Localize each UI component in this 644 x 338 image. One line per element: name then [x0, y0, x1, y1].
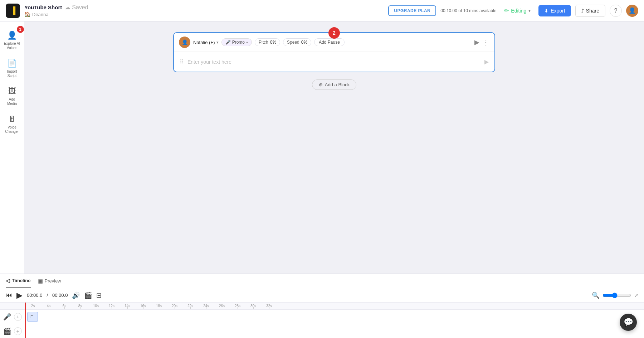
avatar[interactable]: 👤 — [626, 5, 638, 17]
clip-button[interactable]: 🎬 — [84, 291, 92, 299]
editing-label: Editing — [511, 8, 526, 14]
pencil-icon: ✏ — [504, 7, 509, 14]
volume-icon: 🔊 — [72, 291, 80, 299]
chevron-down-icon: ▾ — [528, 8, 531, 13]
add-pause-button[interactable]: Add Pause — [314, 38, 345, 46]
tab-timeline[interactable]: ◁ Timeline — [6, 275, 31, 288]
add-block-button[interactable]: ⊕ Add a Block — [312, 79, 356, 90]
project-info: YouTube Short ☁ Saved 🏠 Deanna — [24, 4, 384, 17]
audio-clip[interactable]: E — [27, 312, 38, 322]
style-selector[interactable]: 🎤 Promo ▾ — [221, 38, 252, 46]
media-icon: 🖼 — [8, 87, 16, 96]
editing-button[interactable]: ✏ Editing ▾ — [501, 5, 534, 16]
inline-play-icon[interactable]: ▶ — [484, 58, 489, 65]
block-more-button[interactable]: ⋮ — [482, 38, 489, 47]
play-icon: ▶ — [16, 291, 23, 300]
navbar: ▐ YouTube Short ☁ Saved 🏠 Deanna UPGRADE… — [0, 0, 644, 21]
question-icon: ? — [614, 8, 618, 14]
cloud-icon: ☁ — [65, 4, 70, 11]
logo-icon: ▐ — [10, 6, 15, 15]
speed-label: Speed — [287, 40, 299, 45]
content-area: 2 👤 Natalie (F) ▾ 🎤 Promo ▾ Pitch 0% Spe — [24, 21, 644, 274]
caption-icon: ⊟ — [96, 291, 102, 299]
video-track-label: 🎬 + — [0, 324, 25, 338]
ruler-mark: 28s — [230, 304, 245, 308]
project-title-row: YouTube Short ☁ Saved — [24, 4, 384, 11]
clip-icon: 🎬 — [84, 291, 92, 299]
project-title: YouTube Short — [24, 4, 62, 10]
sidebar-item-add-media[interactable]: 🖼 Add Media — [2, 83, 23, 110]
drag-handle-icon: ⠿ — [180, 58, 184, 65]
sidebar: 1 👤 Explore AIVoices 📄 ImportScript 🖼 Ad… — [0, 21, 24, 274]
pitch-control[interactable]: Pitch 0% — [255, 38, 280, 46]
microphone-icon: 🎤 — [3, 313, 11, 321]
sidebar-item-explore-voices[interactable]: 1 👤 Explore AIVoices — [2, 27, 23, 54]
sidebar-label-media: Add Media — [4, 97, 20, 106]
voice-avatar: 👤 — [179, 37, 190, 48]
speed-control[interactable]: Speed 0% — [283, 38, 311, 46]
share-button[interactable]: ⤴ Share — [575, 5, 605, 17]
skip-back-icon: ⏮ — [6, 291, 12, 299]
ruler-mark: 24s — [198, 304, 214, 308]
add-block-icon: ⊕ — [319, 82, 323, 87]
ruler-mark: 30s — [245, 304, 261, 308]
ruler-mark: 8s — [72, 304, 88, 308]
ruler-mark: 32s — [261, 304, 277, 308]
add-audio-clip-button[interactable]: + — [14, 313, 22, 321]
timeline-area: 2s 4s 6s 8s 10s 12s 14s 16s 18s 20s 22s … — [0, 303, 644, 338]
audio-track-label: 🎤 + — [0, 310, 25, 324]
sidebar-label-import: ImportScript — [7, 69, 17, 78]
time-used: 00:10:00 — [440, 8, 457, 13]
zoom-controls: 🔍 ⤢ — [592, 291, 638, 299]
ruler-mark: 4s — [41, 304, 57, 308]
voice-name: Natalie (F) — [193, 40, 215, 45]
play-button[interactable]: ▶ — [16, 291, 23, 300]
voice-icon: 👤 — [7, 31, 17, 40]
time-info: 00:10:00 of 10 mins available — [440, 8, 496, 13]
time-total: 00:00.0 — [52, 293, 68, 298]
block-play-button[interactable]: ▶ — [474, 38, 479, 46]
step-1-badge: 1 — [17, 26, 24, 33]
share-icon: ⤴ — [581, 8, 584, 14]
ruler-mark: 2s — [25, 304, 41, 308]
sidebar-item-voice-changer[interactable]: 🎚 VoiceChanger — [2, 111, 23, 137]
preview-tab-label: Preview — [45, 278, 61, 284]
speed-value: 0% — [301, 40, 307, 45]
video-track-row: 🎬 + — [0, 324, 644, 338]
main-layout: 1 👤 Explore AIVoices 📄 ImportScript 🖼 Ad… — [0, 21, 644, 274]
voice-block: 2 👤 Natalie (F) ▾ 🎤 Promo ▾ Pitch 0% Spe — [173, 32, 495, 72]
style-label: Promo — [232, 40, 245, 45]
zoom-fit-button[interactable]: ⤢ — [634, 293, 638, 298]
ruler-marks: 2s 4s 6s 8s 10s 12s 14s 16s 18s 20s 22s … — [25, 304, 644, 308]
chat-widget[interactable]: 💬 — [620, 314, 637, 331]
block-play-icon: ▶ — [474, 39, 479, 46]
voice-selector[interactable]: Natalie (F) ▾ — [193, 40, 219, 45]
voice-chevron-icon: ▾ — [216, 40, 219, 45]
add-video-clip-button[interactable]: + — [14, 327, 22, 335]
upgrade-button[interactable]: UPGRADE PLAN — [388, 5, 436, 16]
voice-changer-icon: 🎚 — [8, 115, 16, 124]
video-camera-icon: 🎬 — [3, 327, 11, 335]
logo[interactable]: ▐ — [6, 4, 20, 18]
chat-icon: 💬 — [624, 318, 633, 327]
navbar-right: UPGRADE PLAN 00:10:00 of 10 mins availab… — [388, 5, 638, 17]
sidebar-label-voice-changer: VoiceChanger — [5, 125, 19, 134]
volume-button[interactable]: 🔊 — [72, 291, 80, 299]
help-button[interactable]: ? — [610, 5, 622, 17]
tab-preview[interactable]: ▣ Preview — [38, 275, 61, 287]
ruler-mark: 12s — [104, 304, 119, 308]
ruler-mark: 10s — [88, 304, 104, 308]
clip-letter: E — [30, 315, 33, 319]
sidebar-item-import-script[interactable]: 📄 ImportScript — [2, 55, 23, 82]
add-block-label: Add a Block — [325, 82, 350, 87]
video-track-content — [25, 324, 644, 338]
caption-button[interactable]: ⊟ — [96, 291, 102, 299]
time-of: of — [458, 8, 463, 13]
skip-back-button[interactable]: ⏮ — [6, 291, 12, 299]
breadcrumb: 🏠 Deanna — [24, 11, 384, 17]
export-button[interactable]: ⬇ Export — [538, 5, 571, 16]
time-separator: / — [47, 293, 48, 298]
zoom-slider[interactable] — [602, 293, 631, 298]
zoom-search-button[interactable]: 🔍 — [592, 291, 600, 299]
ruler-mark: 18s — [151, 304, 167, 308]
